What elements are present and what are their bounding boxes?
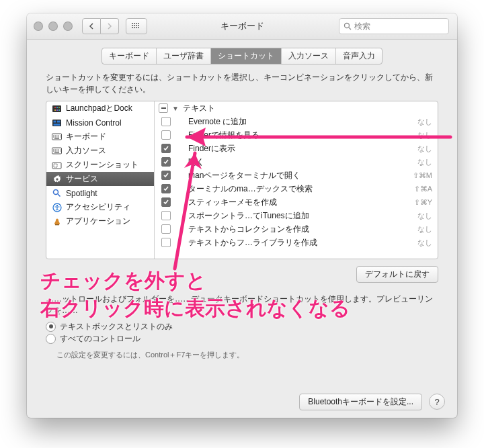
category-list[interactable]: LaunchpadとDockMission Controlキーボード入力ソースス…	[46, 101, 155, 259]
fka-radio-all-label: すべてのコントロール	[60, 333, 140, 345]
restore-defaults-button[interactable]: デフォルトに戻す	[356, 266, 438, 283]
service-shortcut[interactable]: なし	[417, 224, 432, 234]
service-row[interactable]: スティッキーメモを作成⇧⌘Y	[155, 195, 438, 209]
category-item[interactable]: スクリーンショット	[46, 158, 154, 172]
category-item[interactable]: キーボード	[46, 130, 154, 144]
service-label: Evernote に追加	[188, 116, 412, 128]
category-item[interactable]: Mission Control	[46, 116, 154, 130]
service-row[interactable]: Finderで情報を見るなし	[155, 128, 438, 142]
service-shortcut[interactable]: なし	[417, 157, 432, 167]
svg-rect-11	[57, 120, 61, 122]
svg-point-3	[54, 107, 56, 108]
category-label: アクセシビリティ	[66, 201, 130, 213]
service-shortcut[interactable]: なし	[417, 130, 432, 140]
fka-radio-textboxes-label: テキストボックスとリストのみ	[60, 321, 173, 332]
svg-point-0	[345, 24, 350, 28]
search-placeholder: 検索	[354, 21, 370, 32]
tab-4[interactable]: 音声入力	[336, 48, 382, 64]
category-label: サービス	[66, 173, 98, 185]
bottom-bar: Bluetoothキーボードを設定... ?	[27, 386, 457, 418]
mixed-checkbox-icon[interactable]	[159, 103, 168, 113]
svg-point-8	[58, 109, 60, 111]
app-icon	[52, 217, 62, 226]
service-checkbox[interactable]	[161, 171, 171, 180]
service-checkbox[interactable]	[161, 157, 171, 167]
tab-1[interactable]: ユーザ辞書	[157, 48, 211, 64]
service-shortcut[interactable]: ⇧⌘Y	[414, 198, 432, 207]
service-checkbox[interactable]	[161, 224, 171, 234]
service-row[interactable]: ターミナルのma…デックスで検索⇧⌘A	[155, 182, 438, 195]
svg-rect-12	[54, 124, 61, 126]
svg-point-27	[56, 204, 57, 206]
search-input[interactable]: 検索	[339, 18, 449, 34]
service-label: テキストからコレクションを作成	[188, 224, 412, 235]
svg-point-5	[58, 107, 60, 108]
radio-off-icon	[46, 334, 56, 344]
minimize-icon[interactable]	[48, 21, 58, 31]
search-icon	[344, 22, 352, 30]
titlebar: キーボード 検索	[27, 13, 457, 40]
service-checkbox[interactable]	[161, 184, 171, 193]
service-shortcut[interactable]: ⇧⌘M	[413, 171, 432, 180]
category-item[interactable]: サービス	[46, 172, 154, 186]
service-row[interactable]: スポークントラ…てiTunesに追加なし	[155, 209, 438, 222]
svg-rect-20	[54, 152, 59, 153]
svg-rect-28	[55, 224, 59, 225]
category-item[interactable]: Spotlight	[46, 186, 154, 200]
service-checkbox[interactable]	[161, 211, 171, 220]
category-item[interactable]: 入力ソース	[46, 144, 154, 158]
service-shortcut[interactable]: なし	[417, 144, 432, 154]
fka-description: ……ットロールおよびフォルダーを……デュータキーボードショートカットを使用します…	[46, 294, 438, 316]
keyboard-icon	[52, 146, 62, 155]
service-label: 開く	[188, 156, 412, 168]
tab-2[interactable]: ショートカット	[211, 48, 282, 64]
show-all-button[interactable]	[126, 18, 147, 34]
svg-point-7	[56, 109, 58, 111]
accessibility-icon	[52, 203, 62, 212]
service-row[interactable]: テキストからコレクションを作成なし	[155, 222, 438, 236]
category-item[interactable]: アクセシビリティ	[46, 200, 154, 214]
svg-rect-16	[54, 138, 59, 139]
service-shortcut[interactable]: なし	[417, 238, 432, 248]
tab-3[interactable]: 入力ソース	[282, 48, 336, 64]
service-checkbox[interactable]	[161, 130, 171, 140]
service-shortcut[interactable]: なし	[417, 211, 432, 221]
grid-icon	[132, 23, 141, 30]
service-row[interactable]: テキストからフ…ライブラリを作成なし	[155, 236, 438, 249]
service-row[interactable]: Finderに表示なし	[155, 142, 438, 155]
nav-back-forward	[82, 18, 119, 34]
service-shortcut[interactable]: なし	[417, 117, 432, 127]
service-checkbox[interactable]	[161, 197, 171, 207]
forward-button[interactable]	[101, 18, 119, 34]
fka-radio-textboxes[interactable]: テキストボックスとリストのみ	[46, 320, 438, 332]
group-label: テキスト	[183, 103, 215, 114]
preferences-window: キーボード 検索 キーボードユーザ辞書ショートカット入力ソース音声入力 ショート…	[27, 13, 457, 418]
service-checkbox[interactable]	[161, 238, 171, 247]
spotlight-icon	[52, 189, 62, 197]
category-label: アプリケーション	[66, 216, 130, 227]
service-row[interactable]: Evernote に追加なし	[155, 115, 438, 128]
service-row[interactable]: 開くなし	[155, 155, 438, 169]
service-row[interactable]: manページをターミナルで開く⇧⌘M	[155, 169, 438, 182]
service-checkbox[interactable]	[161, 144, 171, 153]
back-button[interactable]	[82, 18, 101, 34]
service-group-header[interactable]: ▼テキスト	[155, 101, 438, 115]
svg-point-4	[56, 107, 58, 108]
svg-rect-10	[54, 120, 56, 122]
full-keyboard-access: ……ットロールおよびフォルダーを……デュータキーボードショートカットを使用します…	[46, 294, 438, 360]
category-item[interactable]: アプリケーション	[46, 214, 154, 228]
zoom-icon[interactable]	[63, 21, 73, 31]
service-shortcut[interactable]: ⇧⌘A	[414, 185, 432, 193]
bluetooth-keyboard-button[interactable]: Bluetoothキーボードを設定...	[299, 394, 422, 410]
help-button[interactable]: ?	[429, 394, 445, 410]
category-item[interactable]: LaunchpadとDock	[46, 101, 154, 116]
close-icon[interactable]	[34, 21, 43, 31]
category-label: LaunchpadとDock	[66, 103, 132, 114]
service-checkbox[interactable]	[161, 117, 171, 126]
screenshot-icon	[52, 161, 62, 169]
disclosure-triangle-icon[interactable]: ▼	[172, 105, 179, 112]
service-list[interactable]: ▼テキストEvernote に追加なしFinderで情報を見るなしFinderに…	[155, 101, 438, 259]
tab-0[interactable]: キーボード	[102, 48, 157, 64]
services-icon	[52, 175, 62, 183]
fka-radio-all[interactable]: すべてのコントロール	[46, 332, 438, 345]
